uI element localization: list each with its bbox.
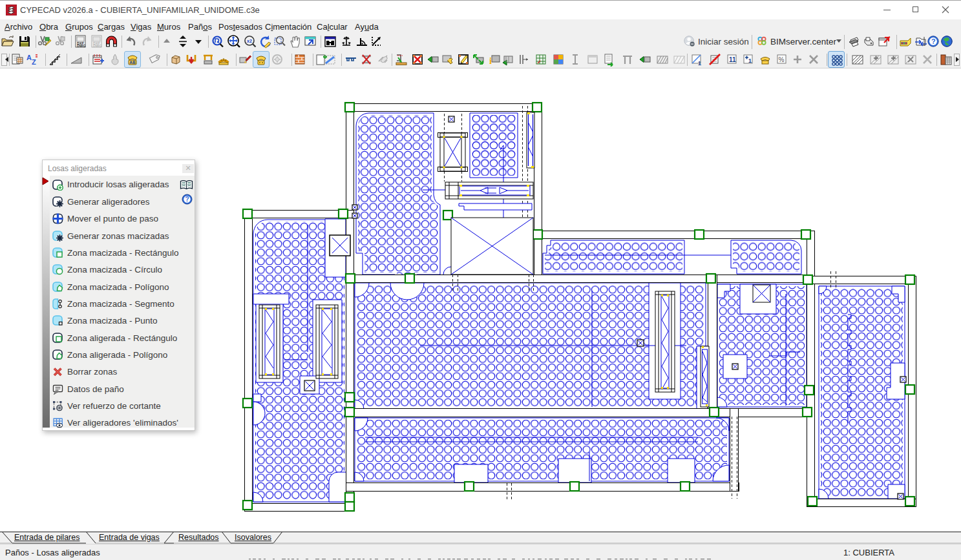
svg-text:?: ? (185, 196, 189, 203)
